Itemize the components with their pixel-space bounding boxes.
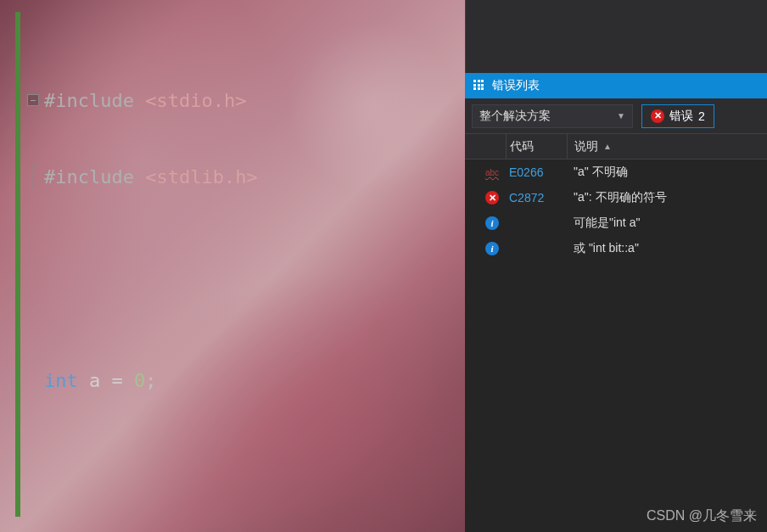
- code-line: [27, 470, 465, 496]
- semicolon: ;: [145, 368, 156, 394]
- error-filter-label: 错误: [669, 109, 693, 124]
- error-description: 或 "int bit::a": [567, 241, 767, 256]
- chevron-down-icon: ▼: [617, 111, 625, 120]
- code-editor-pane[interactable]: − #include <stdio.h> #include <stdlib.h>…: [0, 0, 465, 532]
- watermark-text: CSDN @几冬雪来: [647, 507, 757, 525]
- preprocessor: #include: [44, 165, 145, 190]
- error-code-link[interactable]: C2872: [509, 191, 544, 204]
- error-list-header-row: 代码 说明▲: [465, 134, 767, 160]
- code-line[interactable]: int a = 0;: [27, 368, 465, 394]
- error-filter-button[interactable]: ✕ 错误 2: [641, 104, 714, 128]
- preprocessor: #include: [44, 88, 145, 114]
- code-line[interactable]: − #include <stdio.h>: [27, 88, 465, 114]
- include-header: <stdlib.h>: [145, 165, 257, 190]
- error-list-row[interactable]: i 或 "int bit::a": [465, 236, 767, 261]
- code-line: [27, 266, 465, 292]
- panel-top-spacer: [465, 0, 767, 73]
- keyword-int: int: [44, 368, 78, 394]
- scope-dropdown-label: 整个解决方案: [479, 109, 551, 124]
- error-icon: ✕: [651, 109, 664, 123]
- error-list-panel: 错误列表 整个解决方案 ▼ ✕ 错误 2 代码 说明▲ abc E0266 "a…: [465, 0, 767, 532]
- scope-dropdown[interactable]: 整个解决方案 ▼: [472, 104, 633, 128]
- error-description: "a": 不明确的符号: [567, 190, 767, 205]
- error-description: "a" 不明确: [567, 165, 767, 180]
- code-text-area[interactable]: − #include <stdio.h> #include <stdlib.h>…: [27, 12, 465, 532]
- intellisense-icon: abc: [485, 168, 499, 177]
- info-icon: i: [485, 216, 499, 230]
- code-line[interactable]: #include <stdlib.h>: [27, 165, 465, 190]
- error-filter-count: 2: [698, 109, 705, 123]
- error-icon: ✕: [485, 191, 499, 204]
- error-description: 可能是"int a": [567, 216, 767, 231]
- sort-asc-icon: ▲: [603, 142, 612, 151]
- error-list-body: abc E0266 "a" 不明确 ✕ C2872 "a": 不明确的符号 i …: [465, 160, 767, 261]
- change-marker-bar: [15, 12, 20, 517]
- col-header-code[interactable]: 代码: [506, 134, 567, 159]
- number-literal: 0: [134, 368, 145, 394]
- error-list-row[interactable]: i 可能是"int a": [465, 210, 767, 236]
- include-header: <stdio.h>: [145, 88, 246, 114]
- identifier: a =: [78, 368, 134, 394]
- error-list-toolbar: 整个解决方案 ▼ ✕ 错误 2: [465, 98, 767, 134]
- error-list-titlebar[interactable]: 错误列表: [465, 73, 767, 98]
- info-icon: i: [485, 242, 499, 255]
- error-list-title: 错误列表: [492, 78, 540, 93]
- fold-toggle-icon[interactable]: −: [27, 94, 39, 106]
- grip-icon[interactable]: [473, 80, 485, 92]
- error-code-link[interactable]: E0266: [509, 165, 543, 179]
- error-list-row[interactable]: abc E0266 "a" 不明确: [465, 160, 767, 185]
- error-list-row[interactable]: ✕ C2872 "a": 不明确的符号: [465, 185, 767, 210]
- col-header-description[interactable]: 说明▲: [567, 134, 767, 159]
